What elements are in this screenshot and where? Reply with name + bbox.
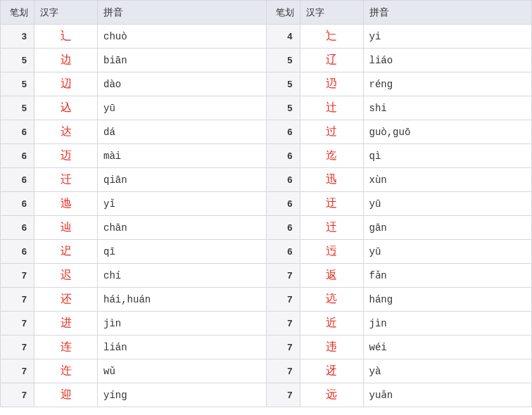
cell-pinyin: dào (98, 72, 267, 96)
cell-hanzi[interactable]: 迕 (34, 359, 98, 383)
cell-strokes: 7 (266, 312, 300, 336)
cell-strokes: 5 (1, 72, 34, 96)
cell-hanzi[interactable]: 迉 (34, 240, 98, 264)
cell-strokes: 5 (266, 96, 300, 120)
cell-pinyin: jìn (98, 312, 267, 336)
cell-strokes: 7 (266, 383, 300, 407)
cell-strokes: 7 (266, 336, 300, 359)
cell-hanzi[interactable]: 迃 (300, 240, 363, 264)
cell-pinyin: lián (98, 336, 267, 359)
cell-pinyin: qī (98, 240, 267, 264)
cell-hanzi[interactable]: 迅 (300, 168, 363, 192)
cell-strokes: 7 (1, 383, 34, 407)
dictionary-table-wrapper: 笔划 汉字 拼音 笔划 汉字 拼音 3辶chuò4辷yi5边biān5辽liáo… (0, 0, 532, 407)
cell-hanzi[interactable]: 辶 (34, 25, 98, 49)
cell-pinyin: yíng (98, 383, 267, 407)
cell-hanzi[interactable]: 迄 (300, 144, 363, 168)
cell-pinyin: dá (98, 120, 267, 144)
cell-hanzi[interactable]: 连 (34, 336, 98, 359)
cell-hanzi[interactable]: 迂 (300, 192, 363, 216)
cell-hanzi[interactable]: 进 (34, 312, 98, 336)
cell-pinyin: biān (98, 49, 267, 72)
table-row: 5込yū5辻shi (1, 96, 532, 120)
cell-strokes: 6 (1, 120, 34, 144)
cell-pinyin: yuǎn (363, 383, 532, 407)
cell-hanzi[interactable]: 辺 (34, 72, 98, 96)
header-pinyin-left: 拼音 (98, 1, 267, 25)
cell-strokes: 7 (266, 264, 300, 288)
cell-hanzi[interactable]: 达 (34, 120, 98, 144)
cell-hanzi[interactable]: 辽 (300, 49, 363, 72)
cell-pinyin: hái,huán (98, 288, 267, 312)
cell-strokes: 6 (266, 144, 300, 168)
cell-pinyin: háng (363, 288, 532, 312)
cell-hanzi[interactable]: 迒 (300, 288, 363, 312)
cell-pinyin: jìn (363, 312, 532, 336)
cell-strokes: 7 (1, 288, 34, 312)
cell-hanzi[interactable]: 辻 (300, 96, 363, 120)
cell-hanzi[interactable]: 过 (300, 120, 363, 144)
header-strokes-right: 笔划 (266, 1, 300, 25)
table-row: 6迆yǐ6迂yū (1, 192, 532, 216)
cell-strokes: 6 (266, 120, 300, 144)
cell-pinyin: qì (363, 144, 532, 168)
cell-strokes: 5 (266, 72, 300, 96)
header-pinyin-right: 拼音 (363, 1, 532, 25)
header-strokes-left: 笔划 (1, 1, 34, 25)
cell-strokes: 6 (1, 216, 34, 240)
cell-hanzi[interactable]: 辷 (300, 25, 363, 49)
cell-strokes: 5 (266, 49, 300, 72)
cell-pinyin: guò,guō (363, 120, 532, 144)
cell-strokes: 6 (266, 216, 300, 240)
table-row: 6迉qī6迃yū (1, 240, 532, 264)
cell-hanzi[interactable]: 返 (300, 264, 363, 288)
table-row: 7迕wǔ7迓yà (1, 359, 532, 383)
cell-pinyin: xùn (363, 168, 532, 192)
cell-hanzi[interactable]: 迈 (34, 144, 98, 168)
cell-pinyin: chuò (98, 25, 267, 49)
cell-hanzi[interactable]: 违 (300, 336, 363, 359)
cell-pinyin: yǐ (98, 192, 267, 216)
cell-hanzi[interactable]: 远 (300, 383, 363, 407)
cell-hanzi[interactable]: 込 (34, 96, 98, 120)
cell-strokes: 5 (1, 49, 34, 72)
cell-hanzi[interactable]: 辿 (34, 216, 98, 240)
cell-pinyin: chí (98, 264, 267, 288)
cell-pinyin: mài (98, 144, 267, 168)
cell-hanzi[interactable]: 迀 (300, 216, 363, 240)
cell-hanzi[interactable]: 迟 (34, 264, 98, 288)
table-row: 7迟chí7返fǎn (1, 264, 532, 288)
cell-strokes: 6 (1, 168, 34, 192)
table-row: 5边biān5辽liáo (1, 49, 532, 72)
cell-strokes: 6 (266, 192, 300, 216)
cell-strokes: 7 (1, 312, 34, 336)
cell-strokes: 7 (1, 264, 34, 288)
table-row: 6达dá6过guò,guō (1, 120, 532, 144)
table-row: 6辿chān6迀gān (1, 216, 532, 240)
table-row: 7还hái,huán7迒háng (1, 288, 532, 312)
cell-strokes: 3 (1, 25, 34, 49)
cell-strokes: 6 (1, 144, 34, 168)
cell-hanzi[interactable]: 还 (34, 288, 98, 312)
cell-pinyin: gān (363, 216, 532, 240)
table-row: 6迁qiān6迅xùn (1, 168, 532, 192)
cell-hanzi[interactable]: 迁 (34, 168, 98, 192)
cell-hanzi[interactable]: 迓 (300, 359, 363, 383)
cell-strokes: 5 (1, 96, 34, 120)
cell-pinyin: fǎn (363, 264, 532, 288)
cell-strokes: 6 (266, 168, 300, 192)
cell-hanzi[interactable]: 近 (300, 312, 363, 336)
table-row: 5辺dào5辸réng (1, 72, 532, 96)
cell-strokes: 6 (1, 192, 34, 216)
cell-hanzi[interactable]: 边 (34, 49, 98, 72)
cell-pinyin: liáo (363, 49, 532, 72)
cell-strokes: 7 (266, 288, 300, 312)
cell-pinyin: qiān (98, 168, 267, 192)
table-row: 7迎yíng7远yuǎn (1, 383, 532, 407)
header-row: 笔划 汉字 拼音 笔划 汉字 拼音 (1, 1, 532, 25)
cell-hanzi[interactable]: 迎 (34, 383, 98, 407)
cell-hanzi[interactable]: 辸 (300, 72, 363, 96)
cell-hanzi[interactable]: 迆 (34, 192, 98, 216)
table-row: 3辶chuò4辷yi (1, 25, 532, 49)
header-hanzi-right: 汉字 (300, 1, 363, 25)
